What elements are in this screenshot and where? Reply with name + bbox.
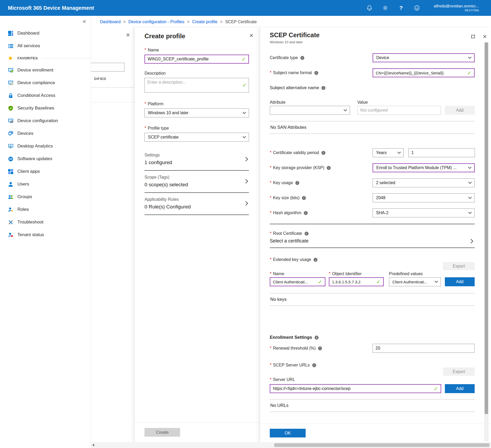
subject-name-format-label: Subject name format bbox=[273, 70, 312, 75]
ksp-select[interactable]: Enroll to Trusted Platform Module (TPM) … bbox=[373, 163, 475, 172]
profiles-search-input-partial[interactable] bbox=[91, 63, 124, 72]
ksp-row: Key storage provider (KSP) Enroll to Tru… bbox=[270, 163, 475, 172]
no-urls-text: No URLs bbox=[270, 399, 475, 412]
renewal-threshold-input[interactable] bbox=[376, 346, 472, 351]
san-attribute-select[interactable] bbox=[270, 106, 350, 115]
sidebar-item-device-enrollment[interactable]: Device enrollment bbox=[0, 64, 91, 77]
server-url-add-button[interactable]: Add bbox=[445, 384, 475, 393]
eku-predefined-column-label: Predefined values bbox=[389, 271, 423, 276]
sidebar-item-security-baselines[interactable]: Security Baselines bbox=[0, 102, 91, 115]
client-apps-icon bbox=[8, 169, 13, 174]
platform-select[interactable]: Windows 10 and later bbox=[145, 108, 249, 117]
applicability-rules-section-row[interactable]: Applicability Rules 0 Rule(s) Configured bbox=[145, 193, 249, 215]
eku-oid-input[interactable] bbox=[332, 280, 375, 284]
san-add-button[interactable]: Add bbox=[445, 106, 475, 115]
breadcrumb-create-profile[interactable]: Create profile bbox=[192, 20, 218, 24]
horizontal-scrollbar[interactable] bbox=[91, 442, 491, 448]
breadcrumb-profiles[interactable]: Device configuration - Profiles bbox=[128, 20, 185, 24]
sidebar-item-tenant-status[interactable]: Tenant status bbox=[0, 228, 91, 241]
key-usage-select[interactable]: 2 selected bbox=[373, 178, 475, 187]
eku-predefined-select[interactable]: Client Authenticati... bbox=[389, 277, 441, 286]
vertical-scrollbar[interactable] bbox=[484, 42, 489, 441]
key-usage-label: Key usage bbox=[273, 180, 293, 185]
info-icon bbox=[315, 336, 319, 340]
info-icon bbox=[312, 363, 316, 367]
sidebar-item-devices[interactable]: Devices bbox=[0, 127, 91, 140]
settings-section-row[interactable]: Settings 1 configured bbox=[145, 149, 249, 171]
renewal-threshold-field[interactable] bbox=[373, 344, 475, 353]
collapse-sidebar-icon[interactable] bbox=[83, 18, 86, 24]
feedback-smiley-icon[interactable] bbox=[414, 5, 420, 11]
sidebar-item-device-configuration[interactable]: Device configuration bbox=[0, 115, 91, 127]
info-icon bbox=[300, 56, 304, 60]
breadcrumb-separator-icon bbox=[220, 20, 223, 24]
validity-unit-select[interactable]: Years bbox=[373, 148, 404, 157]
sidebar-item-all-services[interactable]: All services bbox=[0, 40, 91, 52]
no-keys-text: No keys bbox=[270, 293, 475, 306]
sidebar-item-conditional-access[interactable]: Conditional Access bbox=[0, 89, 91, 102]
server-url-field[interactable] bbox=[270, 384, 441, 393]
subject-name-format-field[interactable] bbox=[373, 68, 475, 77]
valid-check-icon bbox=[434, 386, 438, 391]
urls-export-button[interactable]: Export bbox=[443, 368, 475, 376]
sidebar-item-device-compliance[interactable]: Device compliance bbox=[0, 77, 91, 89]
validity-value-field[interactable] bbox=[408, 148, 475, 157]
ok-button[interactable]: OK bbox=[270, 429, 306, 437]
scope-tags-section-row[interactable]: Scope (Tags) 0 scope(s) selected bbox=[145, 171, 249, 193]
sidebar-item-dashboard[interactable]: Dashboard bbox=[0, 27, 91, 40]
close-icon[interactable] bbox=[483, 33, 487, 40]
users-icon bbox=[8, 182, 13, 187]
breadcrumb-separator-icon bbox=[187, 20, 189, 24]
notifications-bell-icon[interactable] bbox=[366, 5, 373, 11]
breadcrumb-dashboard[interactable]: Dashboard bbox=[100, 20, 121, 24]
security-baselines-shield-icon bbox=[8, 106, 13, 111]
create-button[interactable]: Create bbox=[145, 428, 180, 437]
panel-title: SCEP Certificate bbox=[270, 31, 470, 39]
name-input[interactable] bbox=[148, 57, 240, 61]
sidebar-item-users[interactable]: Users bbox=[0, 178, 91, 190]
root-certificate-row[interactable]: Root Certificate Select a certificate bbox=[270, 224, 475, 247]
maximize-icon[interactable] bbox=[471, 35, 475, 38]
divider bbox=[91, 87, 134, 88]
san-heading: Subject alternative name bbox=[270, 85, 475, 90]
name-field[interactable] bbox=[145, 55, 249, 64]
eku-name-field[interactable] bbox=[270, 277, 325, 286]
eku-add-button[interactable]: Add bbox=[445, 277, 475, 286]
chevron-down-icon bbox=[397, 150, 401, 154]
certificate-type-select[interactable]: Device bbox=[373, 53, 475, 62]
info-icon bbox=[314, 71, 318, 75]
key-size-select[interactable]: 2048 bbox=[373, 193, 475, 202]
hash-algorithm-select[interactable]: SHA-2 bbox=[373, 208, 475, 217]
scrollbar-thumb[interactable] bbox=[274, 443, 489, 447]
hash-algorithm-row: Hash algorithm SHA-2 bbox=[270, 208, 475, 217]
sidebar-item-software-updates[interactable]: Software updates bbox=[0, 152, 91, 165]
key-size-label: Key size (bits) bbox=[273, 196, 299, 200]
validity-value-input[interactable] bbox=[411, 150, 472, 155]
settings-gear-icon[interactable] bbox=[382, 5, 388, 11]
certificate-type-row: Certificate type Device bbox=[270, 53, 475, 62]
eku-oid-field[interactable] bbox=[329, 277, 384, 286]
close-icon[interactable] bbox=[249, 32, 253, 39]
sidebar-item-troubleshoot[interactable]: Troubleshoot bbox=[0, 216, 91, 228]
create-profile-panel: Create profile Name Description Platform… bbox=[134, 28, 260, 442]
scroll-left-arrow-icon[interactable] bbox=[92, 444, 94, 446]
profile-type-select[interactable]: SCEP certificate bbox=[145, 133, 249, 142]
description-input[interactable] bbox=[145, 78, 249, 92]
server-url-input[interactable] bbox=[273, 386, 432, 391]
eku-name-input[interactable] bbox=[273, 280, 316, 284]
sidebar-item-roles[interactable]: Roles bbox=[0, 203, 91, 216]
info-icon bbox=[314, 258, 317, 262]
user-email: alfredo@rextitan.onmicr... bbox=[434, 4, 479, 9]
sidebar-item-client-apps[interactable]: Client apps bbox=[0, 165, 91, 178]
description-field[interactable] bbox=[145, 78, 249, 93]
scrollbar-thumb[interactable] bbox=[485, 42, 488, 414]
info-icon bbox=[304, 211, 308, 215]
sidebar-item-groups[interactable]: Groups bbox=[0, 190, 91, 203]
san-value-field[interactable]: Not configured bbox=[357, 106, 441, 115]
eku-export-button[interactable]: Export bbox=[443, 262, 475, 270]
account-menu[interactable]: alfredo@rextitan.onmicr... REXTITAN bbox=[434, 4, 479, 12]
help-icon[interactable]: ? bbox=[398, 5, 404, 11]
subject-name-format-input[interactable] bbox=[376, 71, 466, 75]
sidebar-item-desktop-analytics[interactable]: Desktop Analytics bbox=[0, 140, 91, 152]
close-icon[interactable] bbox=[126, 31, 130, 38]
